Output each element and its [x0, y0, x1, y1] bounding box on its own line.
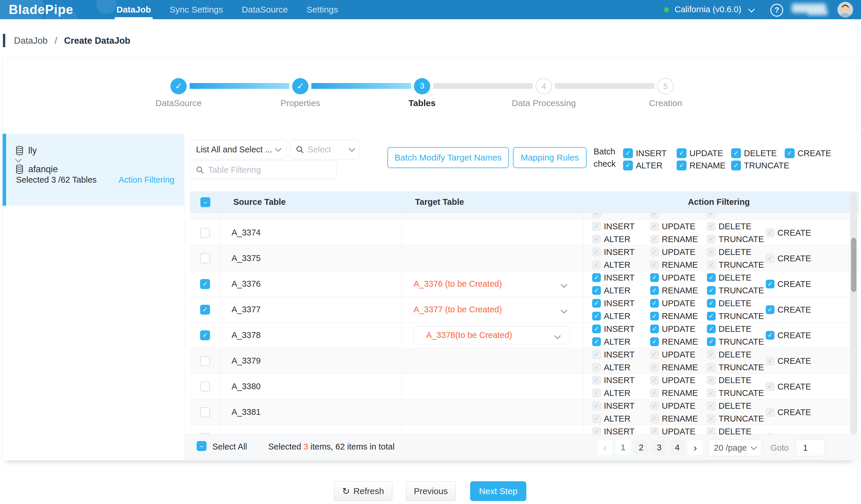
page-button-3[interactable]: 3 — [652, 440, 667, 455]
target-table-value[interactable]: A_3377 (to be Created) — [414, 305, 502, 314]
checkbox-on[interactable]: ✓ — [676, 148, 686, 158]
row-action-create[interactable]: ✓CREATE — [766, 280, 818, 289]
checkbox-on[interactable]: ✓ — [707, 299, 716, 308]
step-label-1: DataSource — [126, 98, 231, 108]
chevron-down-icon[interactable] — [561, 307, 568, 314]
avatar[interactable] — [837, 2, 853, 17]
checkbox-on[interactable]: ✓ — [707, 337, 716, 346]
row-action-delete[interactable]: ✓DELETE — [707, 273, 766, 282]
checkbox-on[interactable]: ✓ — [650, 325, 659, 333]
checkbox-on[interactable]: ✓ — [766, 305, 775, 314]
row-action-update[interactable]: ✓UPDATE — [650, 273, 707, 282]
row-action-insert[interactable]: ✓INSERT — [592, 324, 650, 333]
chevron-down-icon[interactable] — [748, 6, 755, 13]
row-action-insert[interactable]: ✓INSERT — [592, 299, 650, 308]
checkbox-on[interactable]: ✓ — [650, 337, 659, 346]
step-circle-1[interactable]: ✓ — [170, 78, 187, 94]
checkbox-off[interactable] — [200, 407, 210, 417]
row-action-alter[interactable]: ✓ALTER — [592, 311, 650, 321]
checkbox-on[interactable]: ✓ — [592, 273, 601, 282]
next-step-button[interactable]: Next Step — [470, 481, 526, 501]
select-all-footer-checkbox[interactable]: – — [196, 441, 206, 451]
list-mode-select[interactable]: List All and Select ... — [190, 139, 287, 159]
row-action-delete[interactable]: ✓DELETE — [707, 299, 766, 308]
checkbox-on[interactable]: ✓ — [623, 148, 633, 158]
target-table-select[interactable]: A_3378(to be Created) — [414, 326, 570, 344]
vertical-scrollbar-track[interactable] — [850, 193, 857, 434]
checkbox-on[interactable]: ✓ — [766, 331, 775, 340]
checkbox-on[interactable]: ✓ — [731, 161, 741, 171]
page-next-button[interactable]: › — [688, 440, 703, 455]
checkbox-on[interactable]: ✓ — [650, 273, 659, 282]
checkbox-on[interactable]: ✓ — [766, 280, 775, 288]
checkbox-on[interactable]: ✓ — [650, 286, 659, 295]
checkbox-on[interactable]: ✓ — [592, 286, 601, 295]
row-action-update[interactable]: ✓UPDATE — [650, 324, 707, 333]
checkbox-off[interactable] — [200, 382, 210, 392]
checkbox-on[interactable]: ✓ — [785, 148, 795, 158]
select-all-header-checkbox[interactable]: – — [201, 197, 210, 207]
checkbox-on[interactable]: ✓ — [707, 325, 716, 333]
help-icon[interactable]: ? — [770, 4, 783, 17]
page-button-4[interactable]: 4 — [670, 440, 685, 455]
vertical-scrollbar-thumb[interactable] — [851, 238, 856, 292]
batch-modify-target-names-button[interactable]: Batch Modify Target Names — [387, 147, 509, 168]
step-circle-3[interactable]: 3 — [414, 78, 430, 94]
nav-tab-sync-settings[interactable]: Sync Settings — [169, 0, 223, 19]
checkbox-on[interactable]: ✓ — [676, 161, 686, 171]
action-filtering-link[interactable]: Action Filtering — [119, 175, 175, 185]
row-action-rename[interactable]: ✓RENAME — [650, 286, 707, 295]
page-button-2[interactable]: 2 — [633, 440, 649, 455]
checkbox-on[interactable]: ✓ — [707, 286, 716, 295]
row-action-insert[interactable]: ✓INSERT — [592, 273, 650, 282]
checkbox-on[interactable]: ✓ — [650, 312, 659, 321]
breadcrumb-parent[interactable]: DataJob — [14, 36, 47, 46]
page-button-1[interactable]: 1 — [615, 440, 631, 455]
quick-select[interactable]: Select — [290, 139, 360, 159]
step-circle-2[interactable]: ✓ — [292, 78, 309, 94]
select-all-label[interactable]: Select All — [212, 442, 247, 452]
page-size-select[interactable]: 20 /page — [708, 439, 762, 456]
row-action-delete[interactable]: ✓DELETE — [707, 324, 766, 333]
checkbox-on[interactable]: ✓ — [623, 161, 633, 171]
brand-logo[interactable]: BladePipe — [9, 2, 73, 17]
row-action-alter[interactable]: ✓ALTER — [592, 286, 650, 295]
checkbox-on[interactable]: ✓ — [592, 312, 601, 321]
previous-button[interactable]: Previous — [406, 481, 456, 501]
checkbox-on[interactable]: ✓ — [200, 330, 210, 340]
checkbox-off[interactable] — [200, 228, 210, 238]
row-action-truncate[interactable]: ✓TRUNCATE — [707, 311, 766, 321]
row-action-truncate[interactable]: ✓TRUNCATE — [707, 286, 766, 295]
checkbox-on[interactable]: ✓ — [707, 273, 716, 282]
checkbox-on[interactable]: ✓ — [731, 148, 741, 158]
checkbox-on[interactable]: ✓ — [200, 305, 210, 315]
checkbox-on[interactable]: ✓ — [592, 299, 601, 308]
chevron-down-icon[interactable] — [561, 282, 568, 288]
checkbox-on[interactable]: ✓ — [650, 299, 659, 308]
refresh-button[interactable]: ↻ Refresh — [334, 481, 392, 501]
target-table-value[interactable]: A_3376 (to be Created) — [414, 279, 502, 289]
nav-tab-datasource[interactable]: DataSource — [242, 0, 288, 19]
nav-tab-settings[interactable]: Settings — [306, 0, 338, 19]
row-action-create[interactable]: ✓CREATE — [766, 305, 818, 314]
checkbox-on[interactable]: ✓ — [707, 312, 716, 321]
checkbox-off[interactable] — [200, 254, 210, 263]
schema-pair-item[interactable]: lly afanqie Selected 3 /62 Tables Action… — [3, 134, 184, 206]
checkbox-on[interactable]: ✓ — [592, 337, 601, 346]
checkbox-on[interactable]: ✓ — [200, 279, 210, 289]
row-action-rename[interactable]: ✓RENAME — [650, 311, 707, 321]
page-prev-button[interactable]: ‹ — [597, 440, 613, 455]
row-action-create[interactable]: ✓CREATE — [766, 331, 818, 340]
mapping-rules-button[interactable]: Mapping Rules — [513, 147, 587, 168]
checkbox-on[interactable]: ✓ — [592, 325, 601, 333]
table-filter-input[interactable] — [208, 165, 331, 175]
row-action-rename[interactable]: ✓RENAME — [650, 337, 707, 346]
row-action-update[interactable]: ✓UPDATE — [650, 299, 707, 308]
nav-tab-datajob[interactable]: DataJob — [117, 0, 151, 19]
checkbox-dis: ✓ — [592, 401, 601, 410]
row-action-alter[interactable]: ✓ALTER — [592, 337, 650, 346]
region-selector[interactable]: California (v0.6.0) — [674, 5, 741, 14]
checkbox-off[interactable] — [200, 356, 210, 366]
row-action-truncate[interactable]: ✓TRUNCATE — [707, 337, 766, 346]
goto-page-input[interactable] — [801, 443, 861, 453]
